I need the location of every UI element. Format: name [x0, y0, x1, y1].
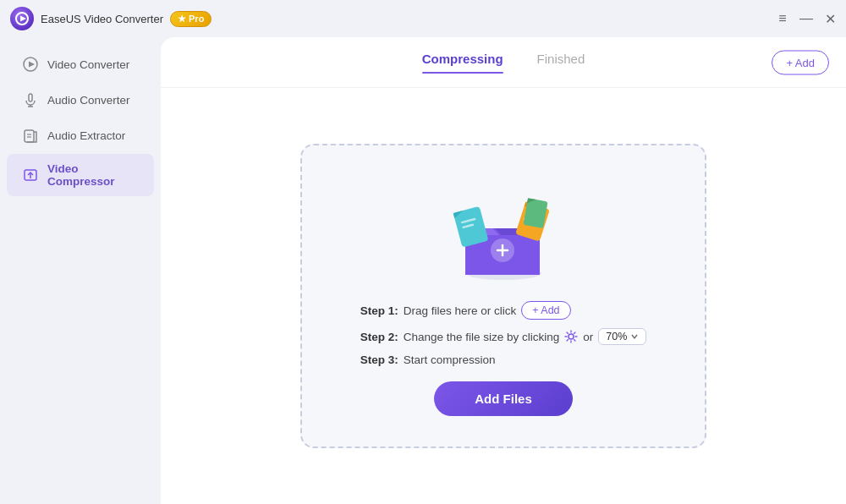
sidebar: Video Converter Audio Converter: [0, 37, 161, 504]
percent-select[interactable]: 70%: [598, 328, 646, 345]
tab-compressing[interactable]: Compressing: [422, 52, 503, 73]
add-button[interactable]: + Add: [772, 50, 829, 74]
sidebar-item-label: Video Converter: [47, 58, 129, 71]
svg-rect-8: [25, 130, 34, 142]
tabbar: Compressing Finished + Add: [161, 37, 846, 88]
app-title: EaseUS Video Converter: [41, 13, 163, 25]
folder-illustration: [440, 176, 567, 286]
titlebar-controls: ≡ — ✕: [777, 13, 836, 25]
step2-text: Change the file size by clicking: [404, 331, 560, 343]
step1-label: Step 1:: [360, 304, 398, 317]
sidebar-item-label: Video Compressor: [47, 162, 139, 188]
chevron-down-icon: [630, 332, 639, 341]
menu-button[interactable]: ≡: [777, 13, 788, 25]
step2-or: or: [583, 331, 593, 343]
step3-text: Start compression: [404, 353, 496, 366]
step1-text: Drag files here or click: [404, 304, 517, 317]
step1-add-button[interactable]: + Add: [521, 301, 570, 320]
titlebar: EaseUS Video Converter ★ Pro ≡ — ✕: [0, 0, 846, 37]
extractor-icon: [22, 127, 39, 144]
add-files-button[interactable]: Add Files: [434, 381, 573, 416]
app-logo-icon: [10, 7, 34, 30]
main-layout: Video Converter Audio Converter: [0, 37, 846, 504]
content-area: Compressing Finished + Add: [161, 37, 846, 504]
gear-icon[interactable]: [564, 330, 578, 343]
titlebar-left: EaseUS Video Converter ★ Pro: [10, 7, 212, 30]
sidebar-item-video-converter[interactable]: Video Converter: [7, 47, 154, 81]
sidebar-item-audio-extractor[interactable]: Audio Extractor: [7, 118, 154, 152]
sidebar-item-video-compressor[interactable]: Video Compressor: [7, 154, 154, 196]
step2-label: Step 2:: [360, 331, 398, 343]
sidebar-item-audio-converter[interactable]: Audio Converter: [7, 83, 154, 117]
tabs: Compressing Finished: [178, 52, 829, 73]
step-1-row: Step 1: Drag files here or click + Add: [360, 301, 571, 320]
pro-badge: ★ Pro: [170, 11, 212, 27]
step3-label: Step 3:: [360, 353, 398, 366]
minimize-button[interactable]: —: [800, 13, 812, 25]
svg-rect-5: [29, 94, 32, 101]
svg-marker-4: [29, 62, 35, 68]
sidebar-item-label: Audio Converter: [47, 94, 130, 107]
dropzone-container: Step 1: Drag files here or click + Add S…: [161, 88, 846, 504]
tab-finished[interactable]: Finished: [537, 52, 585, 73]
sidebar-item-label: Audio Extractor: [47, 129, 125, 142]
dropzone[interactable]: Step 1: Drag files here or click + Add S…: [300, 144, 706, 448]
close-button[interactable]: ✕: [824, 13, 836, 25]
svg-point-28: [569, 334, 574, 339]
audio-icon: [22, 91, 39, 108]
compressor-icon: [22, 167, 39, 184]
step-2-row: Step 2: Change the file size by clicking…: [360, 328, 647, 345]
step-3-row: Step 3: Start compression: [360, 353, 496, 366]
steps: Step 1: Drag files here or click + Add S…: [360, 301, 647, 366]
video-icon: [22, 56, 39, 73]
